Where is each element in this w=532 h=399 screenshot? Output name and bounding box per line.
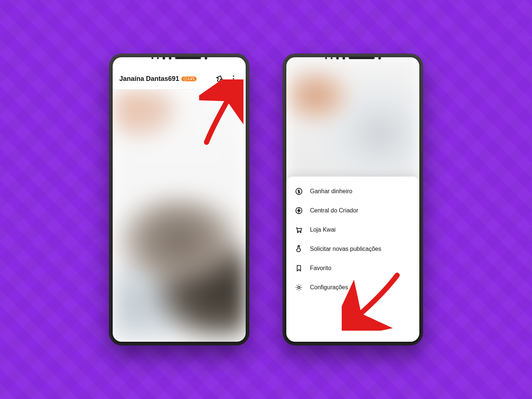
phone-mockup-1: Janaína Dantas691 LV1 — [109, 54, 249, 345]
gear-icon — [294, 283, 303, 292]
svg-point-7 — [298, 286, 300, 289]
share-button[interactable] — [212, 72, 226, 86]
menu-label: Loja Kwai — [310, 226, 335, 233]
cart-icon — [294, 225, 303, 234]
profile-topbar: Janaína Dantas691 LV1 — [113, 68, 246, 89]
menu-item-earn-money[interactable]: Ganhar dinheiro — [286, 182, 419, 201]
menu-item-kwai-store[interactable]: Loja Kwai — [286, 220, 419, 239]
svg-point-1 — [233, 78, 234, 79]
svg-point-2 — [233, 81, 234, 82]
tap-icon — [294, 245, 303, 253]
menu-label: Configurações — [310, 284, 348, 291]
bolt-icon — [294, 206, 303, 215]
menu-item-creator-center[interactable]: Central do Criador — [286, 201, 419, 220]
options-bottom-sheet: Ganhar dinheiro Central do Criador Loja … — [286, 177, 419, 342]
more-options-button[interactable] — [226, 72, 241, 86]
menu-item-favorite[interactable]: Favorito — [286, 259, 419, 278]
menu-label: Central do Criador — [310, 207, 358, 214]
svg-point-6 — [300, 232, 301, 233]
menu-label: Ganhar dinheiro — [310, 188, 352, 195]
svg-point-5 — [297, 232, 299, 233]
share-icon — [215, 74, 224, 83]
dollar-icon — [294, 187, 303, 196]
menu-label: Solicitar novas publicações — [310, 246, 381, 252]
phone1-screen: Janaína Dantas691 LV1 — [113, 57, 246, 342]
phone2-screen: Ganhar dinheiro Central do Criador Loja … — [286, 57, 419, 342]
menu-item-settings[interactable]: Configurações — [286, 278, 419, 297]
profile-username: Janaína Dantas691 — [119, 75, 179, 83]
profile-body-blurred — [113, 89, 246, 342]
svg-point-0 — [233, 75, 234, 77]
menu-item-request-posts[interactable]: Solicitar novas publicações — [286, 239, 419, 259]
phone-mockup-2: Ganhar dinheiro Central do Criador Loja … — [283, 54, 423, 345]
tutorial-stage: Janaína Dantas691 LV1 — [0, 0, 532, 399]
bookmark-icon — [294, 264, 303, 273]
profile-body-blurred — [286, 57, 419, 185]
menu-label: Favorito — [310, 265, 331, 272]
level-badge: LV1 — [181, 76, 197, 81]
more-vertical-icon — [229, 74, 238, 83]
